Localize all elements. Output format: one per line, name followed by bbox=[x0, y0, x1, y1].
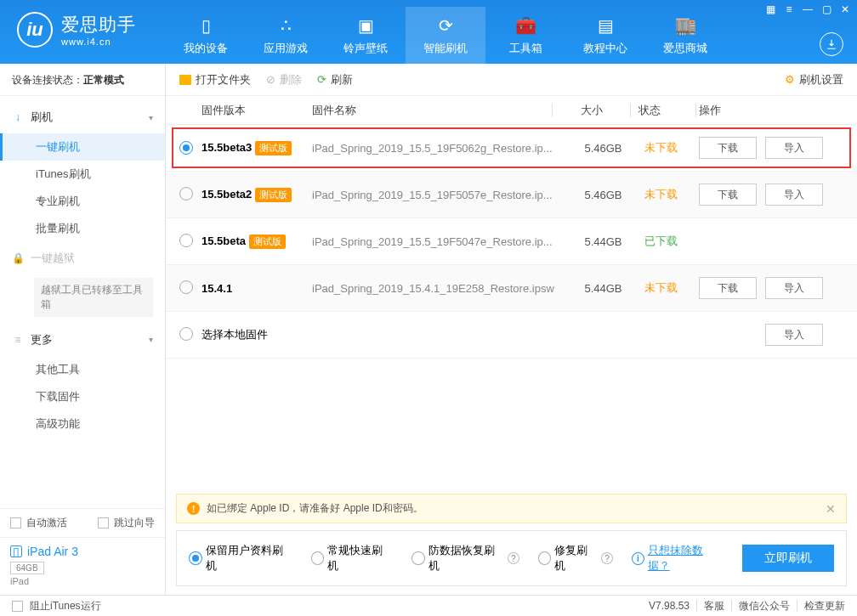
group-label: 一键越狱 bbox=[31, 251, 75, 266]
brand-site: www.i4.cn bbox=[61, 37, 136, 47]
nav-label: 智能刷机 bbox=[423, 41, 468, 56]
download-button[interactable]: 下载 bbox=[699, 184, 757, 206]
toolbox-icon: 🧰 bbox=[515, 15, 536, 36]
grid-icon[interactable]: ▦ bbox=[763, 3, 777, 16]
brand-name: 爱思助手 bbox=[61, 13, 136, 37]
radio-icon[interactable] bbox=[179, 280, 193, 294]
sidebar-item-advanced[interactable]: 高级功能 bbox=[0, 410, 165, 438]
block-itunes-checkbox[interactable] bbox=[12, 601, 23, 612]
fw-size: 5.46GB bbox=[567, 189, 639, 201]
warning-icon: ! bbox=[187, 502, 200, 515]
flash-button[interactable]: 立即刷机 bbox=[742, 545, 834, 572]
sidebar-item-other-tools[interactable]: 其他工具 bbox=[0, 356, 165, 383]
header-name: 固件名称 bbox=[312, 103, 549, 118]
nav-my-device[interactable]: ▯我的设备 bbox=[166, 7, 246, 64]
radio-icon[interactable] bbox=[179, 141, 193, 155]
toolbar: 打开文件夹 ⊘删除 ⟳刷新 ⚙刷机设置 bbox=[166, 64, 857, 96]
nav-flash[interactable]: ⟳智能刷机 bbox=[406, 7, 485, 64]
refresh-icon: ⟳ bbox=[317, 73, 326, 86]
chevron-down-icon: ▾ bbox=[149, 113, 153, 122]
nav-ringtones[interactable]: ▣铃声壁纸 bbox=[326, 7, 406, 64]
download-button[interactable]: 下载 bbox=[699, 137, 757, 159]
fw-actions: 下载导入 bbox=[699, 184, 843, 206]
download-button[interactable]: 下载 bbox=[699, 277, 757, 299]
alert-text: 如已绑定 Apple ID，请准备好 Apple ID和密码。 bbox=[207, 501, 423, 516]
alert-bar: ! 如已绑定 Apple ID，请准备好 Apple ID和密码。 ✕ bbox=[176, 494, 847, 523]
opt-normal[interactable]: 常规快速刷机 bbox=[311, 543, 393, 574]
firmware-row[interactable]: 15.4.1 iPad_Spring_2019_15.4.1_19E258_Re… bbox=[166, 265, 857, 312]
skip-guide-checkbox[interactable] bbox=[98, 517, 109, 528]
fw-name: iPad_Spring_2019_15.4.1_19E258_Restore.i… bbox=[312, 282, 567, 295]
fw-version: 15.5beta测试版 bbox=[201, 235, 312, 249]
group-more[interactable]: ≡ 更多 ▾ bbox=[0, 324, 165, 356]
close-icon[interactable]: ✕ bbox=[838, 3, 852, 16]
nav-apps[interactable]: ⛬应用游戏 bbox=[246, 7, 326, 64]
group-jailbreak[interactable]: 🔒 一键越狱 bbox=[0, 242, 165, 274]
jailbreak-note: 越狱工具已转移至工具箱 bbox=[34, 278, 153, 317]
radio-icon[interactable] bbox=[179, 234, 193, 247]
flash-icon: ⟳ bbox=[435, 15, 456, 36]
delete-button[interactable]: ⊘删除 bbox=[266, 72, 302, 88]
check-update-link[interactable]: 检查更新 bbox=[804, 599, 845, 613]
fw-size: 5.44GB bbox=[567, 282, 639, 295]
ipad-icon: ▯ bbox=[10, 545, 22, 557]
flash-settings-button[interactable]: ⚙刷机设置 bbox=[785, 72, 843, 88]
list-icon[interactable]: ≡ bbox=[782, 3, 796, 16]
sidebar-item-batch-flash[interactable]: 批量刷机 bbox=[0, 215, 165, 242]
nav-label: 工具箱 bbox=[509, 41, 542, 56]
header-version: 固件版本 bbox=[201, 103, 312, 118]
help-icon[interactable]: ? bbox=[508, 552, 519, 564]
group-flash[interactable]: ↓ 刷机 ▾ bbox=[0, 101, 165, 133]
refresh-button[interactable]: ⟳刷新 bbox=[317, 72, 353, 88]
radio-icon[interactable] bbox=[179, 187, 193, 201]
fw-version: 15.4.1 bbox=[201, 282, 312, 295]
group-label: 刷机 bbox=[31, 110, 53, 125]
skip-guide-label: 跳过向导 bbox=[114, 516, 155, 530]
sidebar-item-pro-flash[interactable]: 专业刷机 bbox=[0, 188, 165, 215]
local-firmware-row[interactable]: 选择本地固件 导入 bbox=[166, 312, 857, 359]
import-button[interactable]: 导入 bbox=[765, 184, 823, 206]
firmware-row[interactable]: 15.5beta3测试版 iPad_Spring_2019_15.5_19F50… bbox=[166, 125, 857, 172]
sidebar: 设备连接状态：正常模式 ↓ 刷机 ▾ 一键刷机 iTunes刷机 专业刷机 批量… bbox=[0, 64, 166, 595]
maximize-icon[interactable]: ▢ bbox=[820, 3, 833, 16]
import-button[interactable]: 导入 bbox=[765, 277, 823, 299]
opt-recovery[interactable]: 防数据恢复刷机? bbox=[411, 543, 519, 574]
footer: 阻止iTunes运行 V7.98.53 客服 微信公众号 检查更新 bbox=[0, 595, 857, 616]
download-indicator[interactable] bbox=[820, 32, 843, 56]
opt-keep-data[interactable]: 保留用户资料刷机 bbox=[189, 543, 292, 574]
support-link[interactable]: 客服 bbox=[704, 599, 724, 613]
firmware-row[interactable]: 15.5beta2测试版 iPad_Spring_2019_15.5_19F50… bbox=[166, 172, 857, 218]
sidebar-item-itunes-flash[interactable]: iTunes刷机 bbox=[0, 161, 165, 188]
radio-icon[interactable] bbox=[179, 327, 193, 341]
fw-status: 未下载 bbox=[639, 140, 699, 155]
nav-tutorials[interactable]: ▤教程中心 bbox=[565, 7, 645, 64]
opt-repair[interactable]: 修复刷机? bbox=[538, 543, 613, 574]
nav-label: 应用游戏 bbox=[264, 41, 308, 56]
import-button[interactable]: 导入 bbox=[765, 137, 823, 159]
table-header: 固件版本 固件名称 大小 状态 操作 bbox=[166, 96, 857, 125]
fw-actions: 下载导入 bbox=[699, 277, 843, 299]
nav-label: 教程中心 bbox=[583, 41, 627, 56]
open-folder-button[interactable]: 打开文件夹 bbox=[179, 72, 251, 88]
firmware-row[interactable]: 15.5beta测试版 iPad_Spring_2019_15.5_19F504… bbox=[166, 218, 857, 265]
version-label: V7.98.53 bbox=[649, 600, 690, 612]
nav-store[interactable]: 🏬爱思商城 bbox=[645, 7, 725, 64]
sidebar-item-oneclick-flash[interactable]: 一键刷机 bbox=[0, 133, 165, 161]
chevron-down-icon: ▾ bbox=[149, 335, 153, 344]
header-size: 大小 bbox=[555, 103, 627, 118]
auto-activate-checkbox[interactable] bbox=[10, 517, 21, 528]
erase-link[interactable]: 只想抹除数据？ bbox=[648, 543, 724, 574]
wechat-link[interactable]: 微信公众号 bbox=[739, 599, 790, 613]
alert-close-icon[interactable]: ✕ bbox=[826, 502, 836, 516]
import-button[interactable]: 导入 bbox=[765, 324, 823, 346]
firmware-list: 15.5beta3测试版 iPad_Spring_2019_15.5_19F50… bbox=[166, 125, 857, 487]
help-icon[interactable]: ? bbox=[601, 552, 613, 564]
folder-icon bbox=[179, 75, 191, 85]
nav-toolbox[interactable]: 🧰工具箱 bbox=[485, 7, 565, 64]
sidebar-item-download-fw[interactable]: 下载固件 bbox=[0, 383, 165, 410]
beta-badge: 测试版 bbox=[255, 188, 292, 202]
minimize-icon[interactable]: — bbox=[801, 3, 814, 16]
fw-version: 15.5beta3测试版 bbox=[201, 141, 312, 155]
fw-size: 5.44GB bbox=[567, 235, 639, 248]
gear-icon: ⚙ bbox=[785, 73, 795, 86]
